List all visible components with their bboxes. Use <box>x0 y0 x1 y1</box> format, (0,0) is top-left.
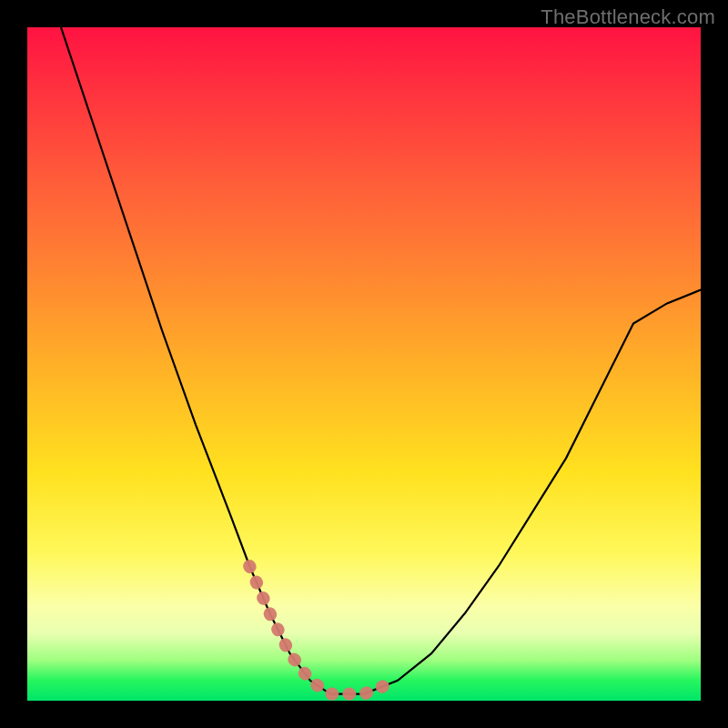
bottleneck-curve <box>27 27 701 701</box>
curve-path <box>61 27 701 694</box>
plot-area <box>27 27 701 701</box>
marker-dots <box>249 566 398 694</box>
chart-stage: TheBottleneck.com <box>0 0 728 728</box>
watermark-text: TheBottleneck.com <box>541 5 715 29</box>
